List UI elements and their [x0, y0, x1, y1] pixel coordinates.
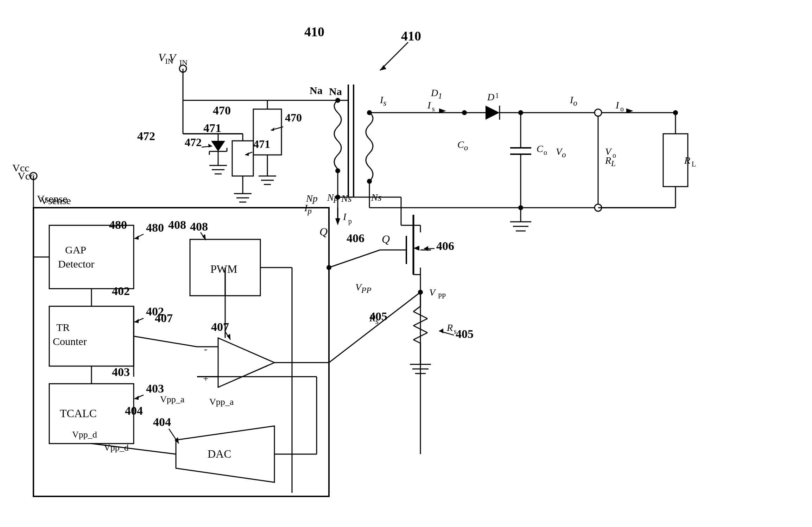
svg-text:Q: Q — [382, 233, 390, 245]
co-label: Co — [457, 139, 468, 152]
ref-403: 403 — [112, 365, 130, 379]
svg-text:470: 470 — [285, 111, 302, 124]
rl-label: RL — [605, 155, 616, 168]
svg-text:Detector: Detector — [58, 258, 94, 270]
svg-text:471: 471 — [253, 138, 270, 150]
svg-text:Vpp_a: Vpp_a — [209, 397, 234, 407]
ref-408: 408 — [168, 218, 186, 232]
svg-rect-150 — [49, 225, 134, 289]
ref-402: 402 — [112, 284, 130, 298]
svg-text:-: - — [204, 343, 207, 354]
svg-text:410: 410 — [401, 29, 421, 43]
svg-text:407: 407 — [211, 320, 229, 333]
circuit-diagram: V IN Na 470 — [0, 0, 812, 527]
io-label: Io — [570, 94, 577, 108]
svg-point-58 — [335, 195, 340, 200]
svg-text:GAP: GAP — [65, 244, 86, 256]
svg-text:p: p — [348, 217, 352, 225]
vpp-label: VPP — [355, 282, 372, 295]
svg-text:s: s — [432, 105, 435, 113]
svg-text:I: I — [427, 100, 431, 111]
ref-470: 470 — [213, 104, 231, 117]
svg-text:403: 403 — [146, 382, 164, 395]
ref-407: 407 — [155, 312, 173, 325]
svg-text:TCALC: TCALC — [60, 407, 97, 420]
svg-text:472: 472 — [185, 136, 202, 149]
svg-text:PP: PP — [438, 292, 446, 300]
svg-text:Counter: Counter — [53, 335, 87, 347]
ref-404: 404 — [125, 404, 143, 418]
vo-label: Vo — [556, 146, 566, 159]
svg-text:I: I — [343, 211, 347, 222]
svg-text:R: R — [684, 155, 690, 166]
ref-405: 405 — [369, 310, 387, 323]
svg-text:DAC: DAC — [208, 447, 231, 460]
svg-text:Vpp_d: Vpp_d — [104, 443, 129, 453]
svg-text:D: D — [487, 92, 494, 102]
vin-label: VIN — [158, 51, 173, 66]
ref-406: 406 — [347, 232, 364, 245]
ns-label: Ns — [341, 193, 352, 204]
svg-text:o: o — [544, 149, 547, 156]
ref-410: 410 — [304, 24, 324, 39]
d1-label: D1 — [431, 87, 442, 101]
svg-text:408: 408 — [190, 220, 208, 233]
vppd-label: Vpp_d — [72, 429, 97, 440]
svg-text:C: C — [537, 143, 543, 154]
vcc-label: Vcc — [12, 162, 29, 174]
svg-text:I: I — [615, 100, 620, 111]
svg-point-139 — [595, 109, 602, 116]
svg-text:o: o — [620, 105, 624, 113]
svg-text:TR: TR — [56, 321, 70, 333]
svg-point-49 — [335, 168, 340, 173]
is-label: Is — [380, 94, 386, 108]
svg-text:R: R — [446, 322, 453, 333]
ref-472: 472 — [137, 130, 155, 143]
ref-480: 480 — [109, 218, 127, 232]
svg-text:406: 406 — [436, 239, 454, 252]
svg-text:405: 405 — [456, 327, 474, 340]
svg-text:404: 404 — [153, 415, 171, 428]
vppa-label: Vpp_a — [160, 394, 184, 405]
ip-label: Ip — [304, 202, 312, 216]
na-label: Na — [310, 84, 323, 96]
svg-rect-32 — [232, 141, 253, 176]
ref-471: 471 — [203, 121, 221, 135]
q-label: Q — [319, 225, 328, 238]
svg-text:480: 480 — [146, 221, 164, 234]
svg-text:V: V — [429, 287, 436, 298]
svg-text:Na: Na — [329, 86, 342, 97]
svg-text:+: + — [203, 373, 209, 384]
svg-text:IN: IN — [179, 58, 188, 67]
svg-text:1: 1 — [495, 92, 499, 99]
svg-text:PWM: PWM — [210, 263, 237, 275]
vsense-label: Vsense — [37, 193, 68, 205]
svg-text:L: L — [692, 160, 696, 168]
